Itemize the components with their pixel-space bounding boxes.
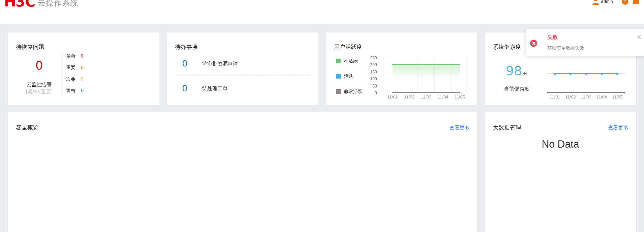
health-score-label: 当前健康度 <box>499 85 535 92</box>
todo-label: 待处理工单 <box>202 85 228 92</box>
x-tick-label: 11/04 <box>593 95 611 100</box>
bigdata-view-more-link[interactable]: 查看更多 <box>608 124 628 131</box>
no-data-placeholder: No Data <box>485 138 636 150</box>
legend-item-active[interactable]: 活跃 <box>336 73 353 79</box>
card-title: 待恢复问题 <box>16 43 44 51</box>
health-data-point <box>554 73 556 75</box>
health-score: 98分 <box>499 63 535 78</box>
x-tick-label: 11/04 <box>434 95 452 100</box>
y-tick-label: 50 <box>356 84 377 89</box>
alarm-level-label: 重要 <box>66 64 78 71</box>
alarm-level-label: 警告 <box>66 87 78 94</box>
username-label[interactable]: admin <box>601 0 613 4</box>
card-todo: 待办事项 0 待审批资源申请 0 待处理工单 <box>167 32 319 105</box>
recovery-source-scope: [紧急&重要] <box>14 88 64 95</box>
card-title: 容量概览 <box>16 124 39 131</box>
x-tick-label: 11/01 <box>384 95 401 100</box>
card-user-activity: 用户活跃度 不活跃 活跃 非常活跃 050100150200250 11/011… <box>326 32 478 105</box>
todo-label: 待审批资源申请 <box>202 60 238 67</box>
y-tick-label: 200 <box>356 63 377 67</box>
activity-chart-y-axis: 050100150200250 <box>356 58 381 93</box>
vertical-divider <box>62 51 62 98</box>
card-recovery-issues: 待恢复问题 0 云监控告警 [紧急&重要] 紧急0 重要0 次要0 警告0 <box>8 32 160 105</box>
legend-label: 活跃 <box>344 73 353 79</box>
x-tick-label: 11/05 <box>451 95 469 100</box>
legend-swatch <box>336 89 341 94</box>
card-title: 系统健康度 <box>493 43 521 51</box>
y-tick-label: 150 <box>356 70 377 74</box>
x-tick-label: 11/02 <box>562 95 580 100</box>
dashed-divider <box>175 75 310 75</box>
todo-count: 0 <box>180 58 190 69</box>
x-tick-label: 11/01 <box>546 95 564 100</box>
alarm-level-row: 次要0 <box>66 76 117 82</box>
health-chart-x-axis: 11/0111/0211/0311/0411/05 <box>547 95 625 100</box>
activity-chart <box>384 58 468 93</box>
health-score-value: 98 <box>506 63 522 78</box>
user-avatar-icon[interactable] <box>592 0 600 5</box>
app-header: H3C 云操作系统 admin ? <box>0 0 644 24</box>
error-circle-icon <box>530 40 537 47</box>
x-tick-label: 11/02 <box>400 95 418 100</box>
card-title: 待办事项 <box>175 43 198 51</box>
capacity-view-more-link[interactable]: 查看更多 <box>449 124 470 131</box>
y-tick-label: 0 <box>356 91 377 95</box>
app-switcher-icon[interactable] <box>633 0 639 4</box>
alarm-level-label: 次要 <box>66 76 78 82</box>
y-tick-label: 250 <box>356 56 377 60</box>
alarm-level-value: 0 <box>81 88 84 93</box>
alarm-level-row: 警告0 <box>66 87 117 94</box>
alarm-level-value: 0 <box>81 65 84 70</box>
card-bigdata: 大数据管理 查看更多 No Data <box>485 112 636 232</box>
error-toast: 失败 获取菜单数据失败 × <box>526 29 644 56</box>
h3c-logo: H3C <box>4 0 35 10</box>
legend-item-inactive[interactable]: 不活跃 <box>336 58 358 64</box>
health-data-point <box>569 73 572 75</box>
x-tick-label: 11/03 <box>417 95 435 100</box>
x-tick-label: 11/03 <box>577 95 595 100</box>
health-score-unit: 分 <box>523 71 528 76</box>
card-title: 用户活跃度 <box>334 43 362 51</box>
alarm-level-value: 0 <box>81 76 84 82</box>
alarm-level-value: 0 <box>81 53 84 59</box>
alarm-level-row: 重要0 <box>66 64 117 71</box>
activity-chart-x-axis: 11/0111/0211/0311/0411/05 <box>384 95 468 100</box>
toast-message: 获取菜单数据失败 <box>547 45 584 51</box>
health-data-point <box>601 73 603 75</box>
todo-count: 0 <box>180 83 190 93</box>
recovery-total-value: 0 <box>18 59 60 72</box>
card-title: 大数据管理 <box>493 124 521 131</box>
recovery-source-label: 云监控告警 <box>14 81 64 88</box>
y-tick-label: 100 <box>356 77 377 81</box>
health-data-point <box>585 73 587 75</box>
alarm-level-label: 紧急 <box>66 53 78 59</box>
help-icon[interactable]: ? <box>622 0 628 5</box>
legend-label: 不活跃 <box>344 58 358 64</box>
card-capacity-overview: 容量概览 查看更多 <box>8 112 478 232</box>
health-data-point <box>616 73 618 75</box>
toast-title: 失败 <box>547 34 558 41</box>
x-tick-label: 11/05 <box>608 95 626 100</box>
product-title: 云操作系统 <box>38 0 78 8</box>
health-chart-axis <box>547 92 625 93</box>
toast-close-icon[interactable]: × <box>636 34 642 39</box>
legend-swatch <box>336 59 341 63</box>
legend-swatch <box>336 74 341 79</box>
alarm-level-row: 紧急0 <box>66 53 117 59</box>
